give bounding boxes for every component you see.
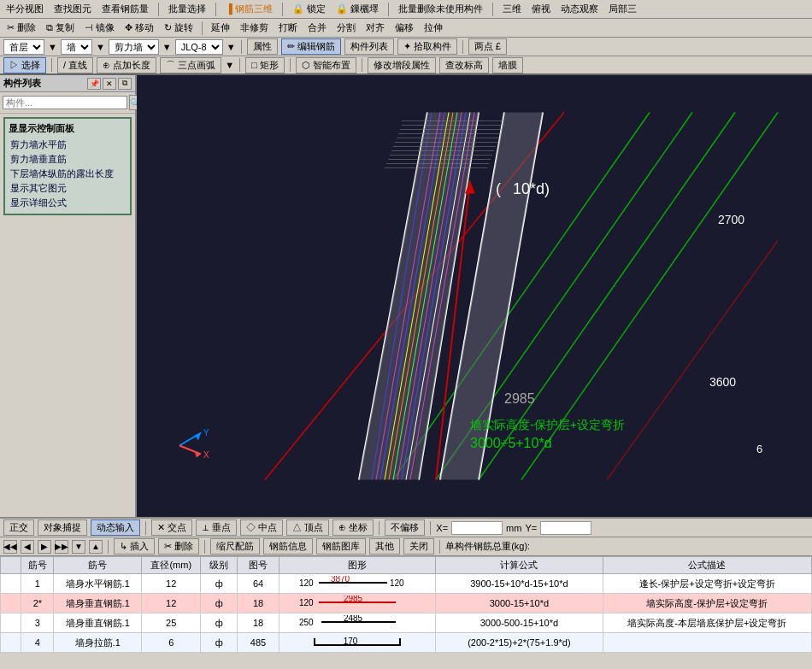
row-formula: 3900-15+10*d-15+10*d	[436, 574, 603, 594]
toolbar-1: 半分视图 查找图元 查看钢筋量 批量选择 ▐ 钢筋三维 🔒 锁定 🔒 鏁欐墿 批…	[0, 0, 812, 19]
row-formula: (200-2*15)+2*(75+1.9*d)	[436, 633, 603, 653]
smart-layout-btn[interactable]: ⬡ 智能布置	[296, 57, 356, 73]
check-mark-btn[interactable]: 查改标高	[439, 57, 489, 73]
other-btn[interactable]: 其他	[369, 538, 400, 555]
row-desc	[603, 633, 811, 653]
toolbar-batch-delete[interactable]: 批量删除未使用构件	[396, 2, 485, 16]
sep	[241, 40, 242, 54]
floor-selector[interactable]: 首层 二层 三层	[3, 39, 44, 55]
orthogonal-btn[interactable]: 正交	[3, 519, 34, 536]
row-fignum: 485	[238, 633, 279, 653]
dropdown-arrow[interactable]: ▼	[225, 60, 234, 70]
display-item-4[interactable]: 显示其它图元	[9, 181, 127, 196]
y-input[interactable]	[540, 521, 591, 535]
delete-btn[interactable]: ✂ 删除	[158, 538, 199, 555]
close-btn[interactable]: 关闭	[403, 538, 434, 555]
display-item-1[interactable]: 剪力墙水平筋	[9, 138, 127, 152]
toolbar-half-view[interactable]: 半分视图	[3, 2, 46, 16]
table-row[interactable]: 4 墙身拉筋.1 6 ф 485 170 (200-2*15)+2*(75+1.…	[1, 633, 812, 653]
search-box: 🔍	[0, 92, 135, 114]
no-offset-btn[interactable]: 不偏移	[385, 519, 425, 536]
edit-align[interactable]: 对齐	[362, 21, 388, 35]
edit-delete[interactable]: ✂ 删除	[3, 21, 39, 35]
toolbar-rebar-3d[interactable]: ▐ 钢筋三维	[223, 2, 275, 16]
modify-segment-btn[interactable]: 修改增段属性	[368, 57, 436, 73]
separator3	[282, 3, 283, 16]
coordinate-btn[interactable]: ⊕ 坐标	[332, 519, 374, 536]
toolbar-top-view[interactable]: 俯视	[529, 2, 553, 16]
edit-merge[interactable]: 合并	[304, 21, 330, 35]
nav-up-btn[interactable]: ▲	[89, 540, 103, 554]
edit-trim[interactable]: 非修剪	[237, 21, 272, 35]
edit-copy[interactable]: ⧉ 复制	[43, 21, 78, 35]
search-input[interactable]	[3, 96, 127, 109]
nav-down-btn[interactable]: ▼	[72, 540, 85, 554]
table-row[interactable]: 1 墙身水平钢筋.1 12 ф 64 120 3870 120 3900-15+…	[1, 574, 812, 594]
sep3	[439, 540, 440, 554]
toolbar-find-element[interactable]: 查找图元	[51, 2, 94, 16]
line-btn[interactable]: / 直线	[57, 57, 93, 73]
two-points-btn[interactable]: 两点 £	[468, 38, 507, 55]
vertex-btn[interactable]: △ 顶点	[286, 519, 329, 536]
row-name: 墙身垂直钢筋.1	[54, 594, 142, 613]
edit-offset[interactable]: 偏移	[391, 21, 417, 35]
edit-split[interactable]: 分割	[333, 21, 359, 35]
edit-break[interactable]: 打断	[275, 21, 301, 35]
rebar-info-btn[interactable]: 钢筋信息	[263, 538, 313, 555]
wall-btn[interactable]: 墙膜	[492, 57, 523, 73]
toolbar-lock[interactable]: 🔒 锁定	[290, 2, 328, 16]
panel-controls: 📌 ✕ ⧉	[87, 78, 132, 90]
perpendicular-btn[interactable]: ⊥ 垂点	[196, 519, 237, 536]
edit-move[interactable]: ✥ 移动	[121, 21, 157, 35]
pin-btn[interactable]: 📌	[87, 78, 101, 90]
toolbar-dynamic-view[interactable]: 动态观察	[558, 2, 601, 16]
nav-last-btn[interactable]: ▶▶	[55, 540, 68, 554]
edit-stretch[interactable]: 拉伸	[421, 21, 446, 35]
property-btn[interactable]: 属性	[247, 38, 278, 55]
component-id-selector[interactable]: JLQ-8	[175, 39, 223, 55]
wall-type-selector[interactable]: 墙 柱 梁	[61, 39, 92, 55]
toolbar-view-rebar[interactable]: 查看钢筋量	[99, 2, 151, 16]
arc-btn[interactable]: ⌒ 三点画弧	[160, 57, 221, 73]
edit-mirror[interactable]: ⊣ 镜像	[81, 21, 118, 35]
dynamic-input-btn[interactable]: 动态输入	[91, 519, 140, 536]
edit-rotate[interactable]: ↻ 旋转	[161, 21, 197, 35]
insert-btn[interactable]: ↳ 插入	[114, 538, 155, 555]
rect-btn[interactable]: □ 矩形	[245, 57, 285, 73]
sep	[145, 521, 146, 535]
nav-next-btn[interactable]: ▶	[38, 540, 51, 554]
row-fignum: 18	[238, 594, 279, 613]
row-formula: 3000-500-15+10*d	[436, 613, 603, 633]
add-length-btn[interactable]: ⊕ 点加长度	[97, 57, 156, 73]
display-item-5[interactable]: 显示详细公式	[9, 196, 127, 210]
left-panel: 构件列表 📌 ✕ ⧉ 🔍 显显示控制面板 剪力墙水平筋 剪力墙垂直筋 下层墙体纵…	[0, 75, 137, 517]
table-row[interactable]: 3 墙身垂直钢筋.1 25 ф 18 250 2485 3000-500-15+…	[1, 613, 812, 633]
close-btn[interactable]: ✕	[103, 78, 116, 90]
toolbar-3d[interactable]: 三维	[500, 2, 524, 16]
toolbar-unlock[interactable]: 🔒 鏁欐墿	[333, 2, 381, 16]
display-item-3[interactable]: 下层墙体纵筋的露出长度	[9, 167, 127, 181]
toolbar-local[interactable]: 局部三	[606, 2, 639, 16]
display-item-2[interactable]: 剪力墙垂直筋	[9, 152, 127, 167]
table-row[interactable]: 2* 墙身垂直钢筋.1 12 ф 18 120 2985 3000-15+10*…	[1, 594, 812, 613]
pick-component-btn[interactable]: ✦ 拾取构件	[397, 38, 457, 55]
midpoint-btn[interactable]: ◇ 中点	[240, 519, 283, 536]
nav-prev-btn[interactable]: ◀	[21, 540, 34, 554]
edit-extend[interactable]: 延伸	[208, 21, 233, 35]
select-btn[interactable]: ▷ 选择	[3, 57, 46, 73]
intersection-btn[interactable]: ✕ 交点	[151, 519, 192, 536]
scale-rebar-btn[interactable]: 缩尺配筋	[210, 538, 260, 555]
row-num: 1	[21, 574, 54, 594]
nav-first-btn[interactable]: ◀◀	[3, 540, 17, 554]
x-input[interactable]	[451, 521, 503, 535]
copy-btn[interactable]: ⧉	[118, 78, 132, 90]
edit-rebar-btn[interactable]: ✏ 编辑钢筋	[281, 38, 341, 55]
component-type-selector[interactable]: 剪力墙	[109, 39, 159, 55]
status-toolbar: 正交 对象捕捉 动态输入 ✕ 交点 ⊥ 垂点 ◇ 中点 △ 顶点 ⊕ 坐标 不偏…	[0, 519, 812, 537]
object-snap-btn[interactable]: 对象捕捉	[38, 519, 87, 536]
svg-text:2985: 2985	[344, 596, 363, 603]
component-list-btn[interactable]: 构件列表	[344, 38, 394, 55]
rebar-chart-btn[interactable]: 钢筋图库	[316, 538, 366, 555]
col-header-desc: 公式描述	[603, 557, 811, 574]
toolbar-batch-select[interactable]: 批量选择	[166, 2, 209, 16]
